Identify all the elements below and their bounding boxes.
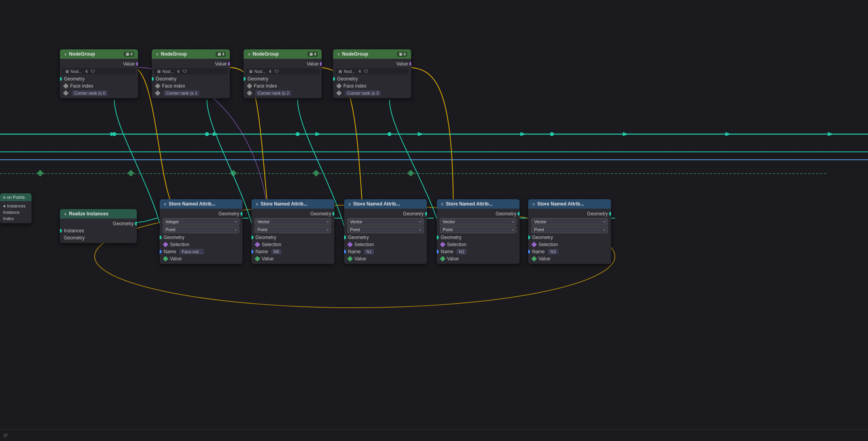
ng0-face-diamond: [63, 83, 69, 89]
store-node-1[interactable]: ∨ Store Named Attrib... Geometry Vector …: [251, 199, 334, 264]
nodegroup-1[interactable]: ∨ NodeGroup 🖥 4 Value 🖥 Nod... 4 🛡 Geome…: [152, 49, 230, 98]
store2-type-dropdown[interactable]: Vector: [347, 218, 424, 225]
ng3-sub[interactable]: 🖥 Nod... 4 🛡: [335, 68, 409, 75]
store0-type-dropdown[interactable]: Integer: [163, 218, 239, 225]
ng0-corner-input: Corner rank (s 0: [60, 90, 138, 97]
realize-geo-in-label: Geometry: [64, 235, 85, 241]
store3-domain-dropdown[interactable]: Point: [440, 226, 516, 233]
realize-geometry-output: Geometry: [60, 220, 137, 227]
store-node-4[interactable]: ∨ Store Named Attrib... Geometry Vector …: [528, 199, 611, 264]
ng3-value-output: Value: [333, 60, 411, 67]
partial-header: e on Points: [0, 193, 32, 201]
store2-header: ∨ Store Named Attrib...: [344, 199, 427, 209]
ng3-geometry-input: Geometry: [333, 75, 411, 82]
store2-title: Store Named Attrib...: [353, 201, 400, 207]
ng1-icon-btn[interactable]: 🖥 4: [216, 52, 226, 57]
ng1-body: Value 🖥 Nod... 4 🛡 Geometry Face index C…: [152, 59, 230, 98]
nodegroup-2[interactable]: ∨ NodeGroup 🖥 4 Value 🖥 Nod... 4 🛡 Geome…: [244, 49, 322, 98]
svg-marker-7: [828, 132, 834, 136]
realize-instances-label: Instances: [64, 228, 84, 234]
ng3-icon-btn[interactable]: 🖥 4: [397, 52, 407, 57]
ng3-title: NodeGroup: [342, 51, 368, 57]
store4-selection-in: Selection: [528, 241, 611, 248]
ng2-body: Value 🖥 Nod... 4 🛡 Geometry Face index C…: [244, 59, 322, 98]
svg-marker-4: [520, 132, 526, 136]
store3-title: Store Named Attrib...: [446, 201, 493, 207]
ng1-sub[interactable]: 🖥 Nod... 4 🛡: [154, 68, 227, 75]
realize-header: ∨ Realize Instances: [60, 209, 137, 219]
ng1-corner-input: Corner rank (s 1: [152, 90, 230, 97]
store2-selection-in: Selection: [344, 241, 427, 248]
store2-body: Geometry Vector Point Geometry Selection…: [344, 209, 427, 264]
store3-type-dropdown[interactable]: Vector: [440, 218, 516, 225]
monitor-icon: 🖥: [125, 52, 129, 56]
realize-instances-node[interactable]: ∨ Realize Instances Geometry Instances G…: [60, 209, 137, 243]
store4-type-dropdown[interactable]: Vector: [531, 218, 608, 225]
store3-value-in: Value: [437, 255, 520, 262]
store1-selection-in: Selection: [251, 241, 334, 248]
ng0-icon-btn[interactable]: 🖥 4: [124, 52, 134, 57]
ng2-value-output: Value: [244, 60, 322, 67]
store4-title: Store Named Attrib...: [537, 201, 584, 207]
store1-type-dropdown[interactable]: Vector: [255, 218, 331, 225]
realize-instances-input: Instances: [60, 227, 137, 234]
store2-value-in: Value: [344, 255, 427, 262]
ng1-title: NodeGroup: [161, 51, 187, 57]
svg-rect-12: [408, 170, 414, 177]
ng0-sub[interactable]: 🖥 Nod... 4 🛡: [62, 68, 136, 75]
status-bar: 0°: [0, 429, 868, 441]
ng1-value-dot: [228, 62, 230, 66]
ng0-geometry-label: Geometry: [64, 76, 85, 82]
store0-domain-dropdown[interactable]: Point: [163, 226, 239, 233]
svg-marker-5: [623, 132, 629, 136]
store2-domain-dropdown[interactable]: Point: [347, 226, 424, 233]
ng1-geometry-input: Geometry: [152, 75, 230, 82]
store-node-3[interactable]: ∨ Store Named Attrib... Geometry Vector …: [437, 199, 520, 264]
store1-header: ∨ Store Named Attrib...: [251, 199, 334, 209]
ng2-geometry-input: Geometry: [244, 75, 322, 82]
store2-geometry-in: Geometry: [344, 234, 427, 241]
realize-body: Geometry Instances Geometry: [60, 219, 137, 243]
store1-geometry-out: Geometry: [251, 210, 334, 217]
store4-header: ∨ Store Named Attrib...: [528, 199, 611, 209]
svg-rect-8: [37, 170, 44, 177]
ng0-value-output: Value: [60, 60, 138, 67]
store-node-0[interactable]: ∨ Store Named Attrib... Geometry Integer…: [160, 199, 242, 264]
ng1-header: ∨ NodeGroup 🖥 4: [152, 49, 230, 59]
realize-geo-out-dot: [135, 222, 137, 226]
chevron-icon: ∨: [64, 52, 67, 56]
store1-name-in: Name N0: [251, 248, 334, 255]
nodegroup-3[interactable]: ∨ NodeGroup 🖥 4 Value 🖥 Nod... 4 🛡 Geome…: [333, 49, 411, 98]
svg-marker-0: [110, 132, 116, 136]
svg-marker-6: [725, 132, 731, 136]
svg-rect-9: [128, 170, 134, 177]
nodegroup-0[interactable]: ∨ NodeGroup 🖥 4 Value 🖥 Nod... 4 🛡 Geome…: [60, 49, 138, 98]
store2-name-in: Name N1: [344, 248, 427, 255]
store4-geometry-in: Geometry: [528, 234, 611, 241]
ng2-icon-btn[interactable]: 🖥 4: [307, 52, 318, 57]
store2-geometry-out: Geometry: [344, 210, 427, 217]
ng2-header: ∨ NodeGroup 🖥 4: [244, 49, 322, 59]
ng2-sub[interactable]: 🖥 Nod... 4 🛡: [246, 68, 319, 75]
ng0-value-dot: [136, 62, 138, 66]
ng0-value-label: Value: [123, 61, 135, 67]
store4-body: Geometry Vector Point Geometry Selection…: [528, 209, 611, 264]
ng0-faceindex-input: Face index: [60, 82, 138, 90]
partial-body: ● Instances Instance Index: [0, 201, 32, 223]
store4-domain-dropdown[interactable]: Point: [531, 226, 608, 233]
ng0-title: NodeGroup: [69, 51, 95, 57]
store-node-2[interactable]: ∨ Store Named Attrib... Geometry Vector …: [344, 199, 427, 264]
ng0-num: 4: [130, 52, 132, 56]
ng0-corner-diamond: [63, 90, 69, 96]
realize-inst-dot: [60, 229, 62, 233]
angle-label: 0°: [4, 433, 8, 438]
partial-instances: ● Instances: [2, 203, 30, 209]
ng0-faceindex-label: Face index: [70, 83, 93, 89]
ng0-corner-badge: Corner rank (s 0: [72, 90, 108, 96]
realize-geometry-input: Geometry: [60, 234, 137, 241]
store1-body: Geometry Vector Point Geometry Selection…: [251, 209, 334, 264]
store1-title: Store Named Attrib...: [261, 201, 307, 207]
store1-domain-dropdown[interactable]: Point: [255, 226, 331, 233]
svg-rect-11: [313, 170, 320, 177]
partial-instance: Instance: [2, 209, 30, 215]
